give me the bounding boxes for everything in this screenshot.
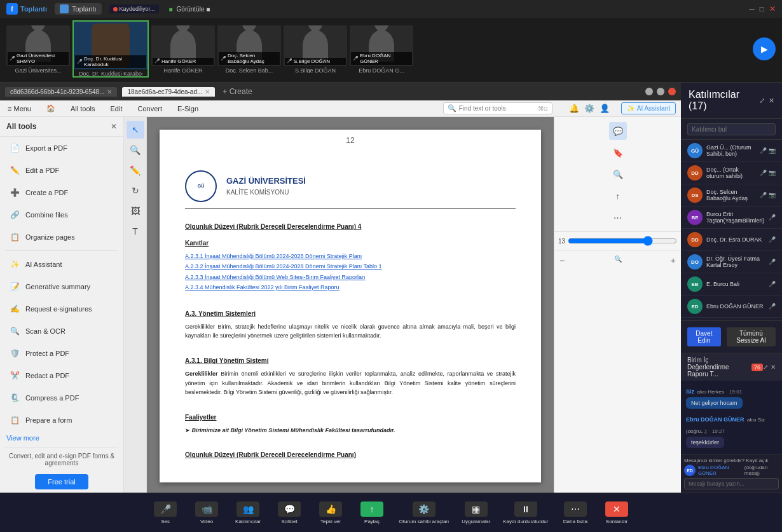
- meeting-tab[interactable]: Toplantı: [55, 3, 102, 15]
- zoom-plus[interactable]: +: [671, 256, 676, 266]
- chat-time-1: 19:27: [712, 428, 725, 434]
- sidebar-item-compress[interactable]: 🗜️ Compress a PDF: [3, 387, 121, 409]
- menu-alltools[interactable]: All tools: [68, 104, 98, 114]
- tool-rotate[interactable]: ↻: [127, 182, 144, 200]
- more-options-btn[interactable]: ▶: [753, 38, 776, 60]
- sidebar-item-protect[interactable]: 🛡️ Protect a PDF: [3, 343, 121, 364]
- taskbar-chat[interactable]: 💬 Sohbet: [275, 501, 304, 524]
- toolbar-icon-1[interactable]: 🔔: [568, 102, 580, 114]
- acrobat-content: All tools ✕ 📄 Export a PDF ✏️ Edit a PDF…: [0, 117, 681, 493]
- sidebar-item-esign[interactable]: ✍️ Request e-signatures: [3, 298, 121, 320]
- minimize-icon[interactable]: ─: [749, 4, 755, 13]
- mic-status-4: 🎤: [769, 236, 776, 243]
- tool-image[interactable]: 🖼: [127, 202, 144, 220]
- acrobat-maximize[interactable]: [657, 88, 664, 95]
- taskbar-participants[interactable]: 👥 Katılımcılar: [234, 501, 263, 524]
- menu-menu[interactable]: ≡ Menu: [5, 104, 34, 114]
- taskbar-more[interactable]: ⋯ Daha fazla: [561, 501, 589, 524]
- sidebar-item-redact[interactable]: ✂️ Redact a PDF: [3, 365, 121, 386]
- tool-draw[interactable]: ✏️: [127, 161, 144, 179]
- sidebar-item-export[interactable]: 📄 Export a PDF: [3, 137, 121, 159]
- taskbar-end[interactable]: ✕ Sonlandır: [602, 501, 631, 524]
- add-tab-btn[interactable]: + Create: [220, 87, 254, 96]
- sidebar-item-summary[interactable]: 📝 Generative summary: [3, 276, 121, 297]
- participant-name-label-2: 🎤 Hanife GÖKER: [153, 58, 214, 65]
- protect-icon: 🛡️: [9, 348, 20, 359]
- mute-all-btn[interactable]: Tümünü Sessize Al: [727, 327, 776, 346]
- tab-2-close[interactable]: ✕: [205, 88, 210, 95]
- edit-icon: ✏️: [9, 165, 20, 176]
- pdf-link-3[interactable]: A.2.3.4 Mühendislik Fakültesi 2022 yılı …: [185, 283, 516, 292]
- chat-tb-label: Sohbet: [281, 519, 297, 524]
- sidebar-item-create[interactable]: ➕ Create a PDF: [3, 182, 121, 203]
- pdf-rubrik2: Olgunluk Düzeyi (Rubrik Dereceli Derecel…: [185, 450, 516, 460]
- rp-icon-search[interactable]: 🔍: [609, 165, 627, 183]
- menu-convert[interactable]: Convert: [135, 104, 165, 114]
- sidebar-item-form[interactable]: 📋 Prepare a form: [3, 409, 121, 431]
- tab-1[interactable]: c8d6366d-66bb-41c-9239-6548... ✕: [5, 87, 117, 97]
- tab-1-close[interactable]: ✕: [107, 88, 112, 95]
- sidebar-close-btn[interactable]: ✕: [111, 122, 117, 131]
- menu-esign[interactable]: E-Sign: [175, 104, 201, 114]
- toolbar-icon-2[interactable]: ⚙️: [583, 102, 596, 114]
- rp-icon-more[interactable]: ⋯: [609, 208, 627, 226]
- pdf-link-0[interactable]: A.2.3.1 İnşaat Mühendisliği Bölümü 2024-…: [185, 252, 516, 261]
- sidebar-item-organize[interactable]: 📋 Organize pages: [3, 226, 121, 248]
- taskbar-record[interactable]: ⏸ Kaydı durdur/durdur: [503, 501, 548, 524]
- rp-icon-share[interactable]: ↑: [609, 187, 627, 205]
- taskbar-react[interactable]: 👍 Tepki ver: [317, 501, 345, 524]
- p-name-3: Burcu Ertit Taştan(YaşamBilimleri): [706, 211, 765, 224]
- video-thumb-3: 🎤 Doç. Selcen Babaoğlu Aydaş: [217, 25, 281, 66]
- acrobat-close[interactable]: [668, 88, 676, 95]
- pdf-link-1[interactable]: A.2.3.2 İnşaat Mühendisliği Bölümü 2024-…: [185, 262, 516, 271]
- mic-icon-4: 🎤: [287, 58, 292, 64]
- taskbar: 🎤 Ses 📹 Video 👥 Katılımcılar 💬 Sohbet 👍 …: [0, 493, 782, 532]
- sidebar-item-scan[interactable]: 🔍 Scan & OCR: [3, 320, 121, 342]
- chat-expand-icon[interactable]: ⤢: [763, 364, 768, 371]
- menu-home[interactable]: 🏠: [44, 103, 58, 114]
- taskbar-share[interactable]: ↑ Paylaş: [358, 501, 387, 524]
- ai-assistant-btn[interactable]: ✨ AI Assistant: [621, 102, 676, 114]
- taskbar-apps[interactable]: ▦ Uygulamalar: [462, 501, 490, 524]
- taskbar-host-tools[interactable]: ⚙️ Oturum sahibi araçları: [399, 501, 449, 524]
- toolbar-icon-3[interactable]: 👤: [598, 102, 611, 114]
- chat-close-icon[interactable]: ✕: [771, 364, 776, 371]
- participants-search: [681, 119, 782, 140]
- pdf-gereklilikler: Gereklilikler: [185, 371, 218, 377]
- pdf-link-2[interactable]: A.2.3.3 İnşaat Mühendisliği Bölümü Web S…: [185, 273, 516, 282]
- sidebar-item-edit[interactable]: ✏️ Edit a PDF: [3, 160, 121, 181]
- free-trial-btn[interactable]: Free trial: [35, 474, 88, 489]
- acrobat-minimize[interactable]: [645, 88, 653, 95]
- video-thumb-4: 🎤 S.Bilge DOĞAN: [284, 25, 347, 66]
- tool-zoom[interactable]: 🔍: [127, 141, 144, 159]
- acrobat-menubar: ≡ Menu 🏠 All tools Edit Convert E-Sign 🔍…: [0, 100, 681, 117]
- participant-name-label-5: 🎤 Ebru DOĞAN GÜNER: [351, 52, 412, 65]
- taskbar-audio[interactable]: 🎤 Ses: [151, 501, 180, 524]
- expand-icon[interactable]: ⤢: [759, 97, 765, 105]
- restore-icon[interactable]: □: [760, 4, 764, 13]
- close-icon[interactable]: ✕: [769, 4, 776, 13]
- page-slider[interactable]: [568, 236, 677, 246]
- cam-status-2: 📷: [769, 192, 776, 198]
- mic-status-5: 🎤: [769, 259, 776, 265]
- chat-input[interactable]: [684, 478, 779, 489]
- mic-icon-1: 🎤: [77, 59, 83, 64]
- rp-icon-comments[interactable]: 💬: [609, 122, 627, 140]
- zoom-minus[interactable]: −: [559, 256, 565, 266]
- close-participants-icon[interactable]: ✕: [769, 97, 774, 105]
- tool-select[interactable]: ↖: [127, 121, 144, 139]
- sidebar-item-combine-label: Combine files: [25, 211, 68, 219]
- taskbar-video[interactable]: 📹 Video: [193, 501, 221, 524]
- view-more-link[interactable]: View more: [0, 432, 123, 444]
- rp-icon-bookmark[interactable]: 🔖: [609, 144, 627, 161]
- participant-name-label-1: 🎤 Doç. Dr. Kuddusi Karaboduk: [75, 55, 146, 68]
- tab-2[interactable]: 18ae6d6a-ec79-4dea-ad... ✕: [122, 87, 215, 97]
- sidebar-item-combine[interactable]: 🔗 Combine files: [3, 204, 121, 226]
- video-icon: 📹: [195, 501, 218, 517]
- menu-edit[interactable]: Edit: [108, 104, 125, 114]
- invite-btn[interactable]: Davet Edin: [687, 327, 721, 346]
- search-input[interactable]: [459, 105, 535, 112]
- sidebar-item-ai[interactable]: ✨ AI Assistant: [3, 254, 121, 275]
- tool-text[interactable]: T: [127, 222, 144, 240]
- participants-search-input[interactable]: [687, 123, 776, 135]
